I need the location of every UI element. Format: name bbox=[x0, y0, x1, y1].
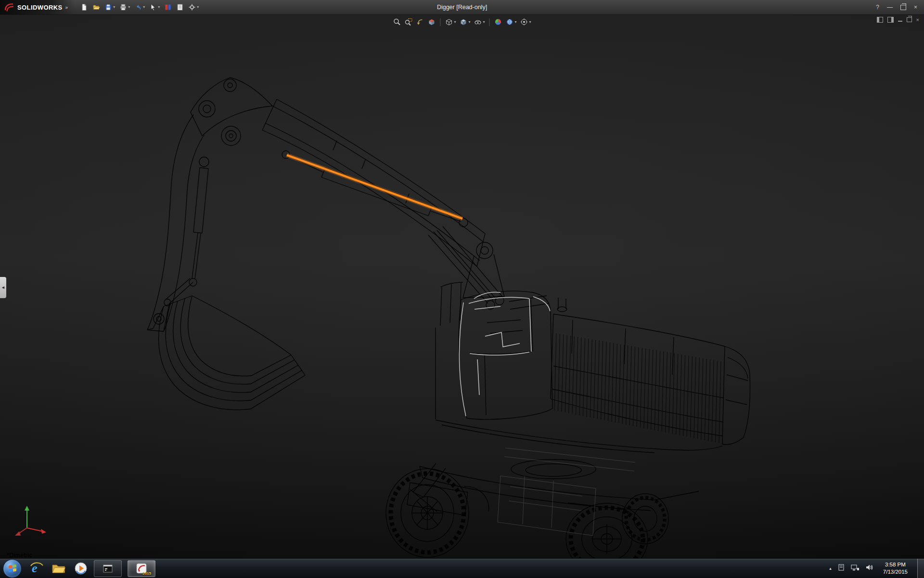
engine-louvers bbox=[554, 333, 721, 443]
internet-explorer-icon: e bbox=[29, 561, 44, 576]
options-button[interactable]: ▾ bbox=[187, 2, 200, 12]
selected-edge[interactable] bbox=[287, 155, 462, 219]
hide-show-items-button[interactable]: ▾ bbox=[473, 17, 486, 27]
options-gear-icon bbox=[188, 3, 196, 11]
undo-icon bbox=[134, 3, 142, 11]
tray-app-button[interactable] bbox=[837, 564, 845, 573]
solidworks-taskbar-button[interactable]: 2015 bbox=[128, 560, 155, 577]
titlebar: SOLIDWORKS » ▾ bbox=[0, 0, 924, 15]
volume-tray-button[interactable] bbox=[865, 564, 873, 573]
volume-icon bbox=[865, 564, 873, 571]
windows-taskbar: e bbox=[0, 558, 924, 578]
view-settings-button[interactable]: ▾ bbox=[519, 17, 532, 27]
graphics-viewport[interactable]: ▾ ▾ ▾ bbox=[0, 14, 924, 559]
command-prompt-icon bbox=[103, 565, 113, 573]
windows-explorer-button[interactable] bbox=[51, 561, 66, 576]
clock-date: 7/13/2015 bbox=[883, 568, 908, 576]
hide-show-items-icon bbox=[474, 18, 482, 26]
section-view-icon bbox=[427, 18, 436, 26]
document-close-button[interactable]: × bbox=[916, 17, 919, 23]
start-button[interactable] bbox=[3, 559, 22, 578]
solidworks-logo-icon bbox=[4, 2, 14, 12]
triad-axes-icon bbox=[11, 502, 51, 537]
zoom-to-fit-icon bbox=[393, 18, 401, 26]
pane-right-icon[interactable] bbox=[887, 17, 894, 23]
solidworks-menu[interactable]: SOLIDWORKS » bbox=[0, 0, 75, 14]
pane-left-icon[interactable] bbox=[877, 17, 883, 23]
minimize-button[interactable]: — bbox=[887, 4, 893, 10]
folder-icon bbox=[51, 563, 66, 574]
zoom-to-area-icon bbox=[404, 18, 412, 26]
tray-app-icon bbox=[837, 564, 845, 571]
previous-view-icon bbox=[416, 18, 424, 26]
view-orientation-label: *Dimetric bbox=[7, 552, 32, 559]
panel-collapse-icon: ◀ bbox=[2, 286, 4, 289]
network-tray-button[interactable] bbox=[851, 564, 860, 573]
file-properties-button[interactable] bbox=[175, 2, 185, 12]
select-button[interactable]: ▾ bbox=[148, 2, 161, 12]
print-icon bbox=[119, 3, 127, 11]
apply-scene-dropdown-icon[interactable]: ▾ bbox=[515, 20, 517, 24]
document-minimize-button[interactable] bbox=[898, 18, 902, 22]
zoom-to-area-button[interactable] bbox=[403, 17, 413, 27]
print-dropdown-icon[interactable]: ▾ bbox=[128, 5, 130, 9]
edit-appearance-icon bbox=[494, 18, 502, 26]
save-dropdown-icon[interactable]: ▾ bbox=[113, 5, 115, 9]
options-dropdown-icon[interactable]: ▾ bbox=[197, 5, 199, 9]
graphics-area[interactable] bbox=[0, 14, 924, 559]
pinned-taskbar-icons: e bbox=[29, 561, 88, 576]
show-desktop-button[interactable] bbox=[917, 559, 924, 578]
hide-show-dropdown-icon[interactable]: ▾ bbox=[483, 20, 485, 24]
media-player-icon bbox=[74, 562, 88, 575]
view-orientation-icon bbox=[445, 18, 453, 26]
display-style-dropdown-icon[interactable]: ▾ bbox=[468, 20, 470, 24]
restore-button[interactable] bbox=[900, 5, 906, 10]
new-document-button[interactable] bbox=[79, 2, 89, 12]
solidworks-year-badge: 2015 bbox=[142, 571, 151, 576]
window-controls: ? — × bbox=[876, 4, 924, 10]
open-folder-icon bbox=[92, 3, 100, 11]
view-orientation-dropdown-icon[interactable]: ▾ bbox=[454, 20, 456, 24]
save-button[interactable]: ▾ bbox=[103, 2, 116, 12]
select-cursor-icon bbox=[149, 3, 157, 11]
media-player-button[interactable] bbox=[74, 561, 88, 576]
rebuild-icon bbox=[164, 3, 172, 11]
menu-expand-icon[interactable]: » bbox=[65, 5, 68, 10]
apply-scene-button[interactable]: ▾ bbox=[505, 17, 518, 27]
view-orientation-button[interactable]: ▾ bbox=[444, 17, 457, 27]
print-button[interactable]: ▾ bbox=[118, 2, 131, 12]
tray-expand-icon[interactable]: ▴ bbox=[829, 566, 832, 571]
model-wireframe[interactable] bbox=[0, 14, 924, 559]
windows-flag-icon bbox=[9, 565, 16, 572]
command-prompt-taskbar-button[interactable] bbox=[94, 560, 122, 577]
help-button[interactable]: ? bbox=[876, 4, 879, 10]
display-style-icon bbox=[459, 18, 467, 26]
reference-triad bbox=[11, 502, 51, 539]
taskbar-clock[interactable]: 3:58 PM 7/13/2015 bbox=[879, 561, 911, 576]
file-properties-icon bbox=[176, 3, 184, 11]
open-button[interactable] bbox=[91, 2, 101, 12]
document-title: Digger [Read-only] bbox=[437, 0, 487, 14]
previous-view-button[interactable] bbox=[415, 17, 425, 27]
select-dropdown-icon[interactable]: ▾ bbox=[158, 5, 160, 9]
edit-appearance-button[interactable] bbox=[493, 17, 503, 27]
display-style-button[interactable]: ▾ bbox=[458, 17, 471, 27]
system-tray: ▴ 3:58 PM 7/13/2015 bbox=[829, 559, 924, 578]
undo-dropdown-icon[interactable]: ▾ bbox=[143, 5, 145, 9]
hidden-geometry bbox=[498, 448, 635, 536]
close-button[interactable]: × bbox=[914, 4, 917, 10]
featuremanager-collapse-tab[interactable]: ◀ bbox=[0, 277, 6, 298]
document-restore-button[interactable] bbox=[907, 17, 912, 22]
toolbar-separator bbox=[440, 18, 440, 26]
internet-explorer-button[interactable]: e bbox=[29, 561, 44, 576]
undo-button[interactable]: ▾ bbox=[133, 2, 146, 12]
network-icon bbox=[851, 564, 860, 571]
view-settings-icon bbox=[520, 18, 528, 26]
excavator-wireframe bbox=[147, 78, 750, 559]
view-settings-dropdown-icon[interactable]: ▾ bbox=[529, 20, 531, 24]
zoom-to-fit-button[interactable] bbox=[392, 17, 402, 27]
rebuild-button[interactable] bbox=[163, 2, 173, 12]
toolbar-separator bbox=[489, 18, 490, 26]
section-view-button[interactable] bbox=[426, 17, 436, 27]
new-document-icon bbox=[80, 3, 88, 11]
